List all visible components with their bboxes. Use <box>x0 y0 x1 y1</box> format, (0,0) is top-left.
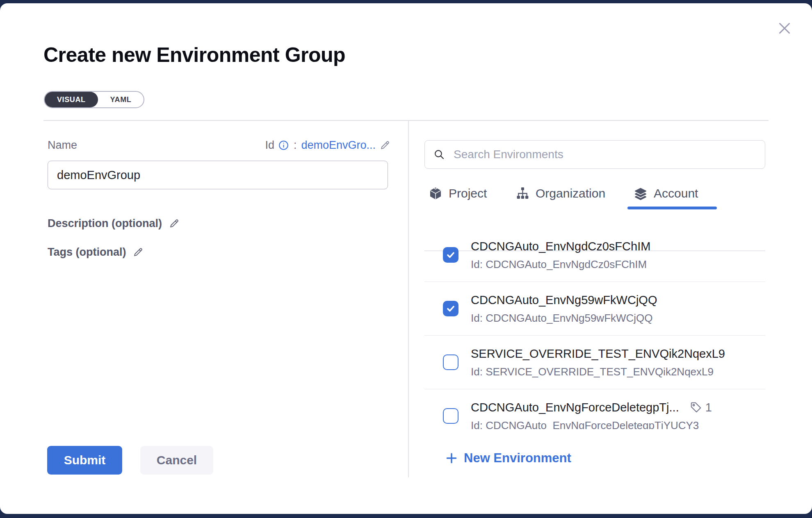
edit-id-icon[interactable] <box>379 140 390 151</box>
tag-badge: 1 <box>690 401 712 414</box>
environment-texts: SERVICE_OVERRIDE_TEST_ENVQik2NqexL9 Id: … <box>471 346 725 378</box>
scope-tabs: Project Organization <box>424 181 765 211</box>
search-box <box>424 140 765 169</box>
tab-project[interactable]: Project <box>429 184 487 203</box>
toggle-yaml[interactable]: YAML <box>98 92 144 107</box>
submit-button[interactable]: Submit <box>47 446 122 475</box>
check-icon <box>445 303 456 314</box>
environment-id: Id: CDCNGAuto_EnvNg59wFkWCjQQ <box>471 311 657 325</box>
cancel-button[interactable]: Cancel <box>140 446 213 475</box>
environment-row[interactable]: CDCNGAuto_EnvNgForceDeletegpTj... 1 I <box>424 389 765 429</box>
environment-row[interactable]: SERVICE_OVERRIDE_TEST_ENVQik2NqexL9 Id: … <box>424 336 765 389</box>
tab-project-label: Project <box>449 186 487 200</box>
id-colon: : <box>294 139 297 152</box>
description-label: Description (optional) <box>48 217 162 230</box>
environment-checkbox[interactable] <box>443 408 458 424</box>
search-environments-input[interactable] <box>453 148 757 161</box>
edit-tags-icon[interactable] <box>132 247 144 258</box>
environment-name: CDCNGAuto_EnvNgForceDeletegpTj... <box>471 400 679 415</box>
tag-count: 1 <box>705 401 712 414</box>
new-environment-button[interactable]: New Environment <box>445 451 571 466</box>
environment-list: CDCNGAuto_EnvNgdCz0sFChIM Id: CDCNGAuto_… <box>424 210 765 429</box>
environment-texts: CDCNGAuto_EnvNgForceDeletegpTj... 1 I <box>471 400 712 429</box>
name-label: Name <box>48 139 77 152</box>
plus-icon <box>445 452 458 465</box>
environment-texts: CDCNGAuto_EnvNg59wFkWCjQQ Id: CDCNGAuto_… <box>471 293 657 325</box>
check-icon <box>445 250 456 260</box>
environment-row[interactable]: CDCNGAuto_EnvNgdCz0sFChIM Id: CDCNGAuto_… <box>424 228 765 282</box>
active-tab-indicator <box>627 207 717 209</box>
search-icon <box>433 148 445 161</box>
create-environment-group-dialog: Create new Environment Group VISUAL YAML… <box>0 3 812 514</box>
tab-organization[interactable]: Organization <box>515 184 605 203</box>
environment-texts: CDCNGAuto_EnvNgdCz0sFChIM Id: CDCNGAuto_… <box>471 239 650 271</box>
edit-description-icon[interactable] <box>169 218 180 229</box>
toggle-visual[interactable]: VISUAL <box>45 92 98 107</box>
environment-id: Id: SERVICE_OVERRIDE_TEST_ENVQik2NqexL9 <box>471 365 725 378</box>
tags-label: Tags (optional) <box>48 246 126 259</box>
panel-divider <box>408 121 409 477</box>
tab-organization-label: Organization <box>536 186 605 200</box>
environment-name: CDCNGAuto_EnvNgdCz0sFChIM <box>471 239 650 254</box>
description-row: Description (optional) <box>48 217 180 230</box>
tab-account-label: Account <box>654 186 698 200</box>
environment-row[interactable]: CDCNGAuto_EnvNg59wFkWCjQQ Id: CDCNGAuto_… <box>424 282 765 336</box>
tags-row: Tags (optional) <box>48 246 144 259</box>
entity-id-row: Id : demoEnvGro... <box>221 137 390 153</box>
environment-id: Id: CDCNGAuto_EnvNgForceDeletegpTjYUCY3 <box>471 419 712 429</box>
tag-icon <box>690 401 702 413</box>
close-button[interactable] <box>775 19 794 38</box>
cube-icon <box>429 186 442 200</box>
visual-yaml-toggle: VISUAL YAML <box>44 91 144 108</box>
tab-account[interactable]: Account <box>634 184 698 203</box>
environment-name: SERVICE_OVERRIDE_TEST_ENVQik2NqexL9 <box>471 346 725 361</box>
new-environment-label: New Environment <box>464 451 571 466</box>
info-icon[interactable] <box>278 140 289 151</box>
environment-checkbox[interactable] <box>443 354 458 370</box>
close-icon <box>775 33 794 39</box>
hierarchy-icon <box>515 186 529 200</box>
header-divider <box>43 120 769 121</box>
id-label: Id <box>265 139 274 152</box>
environment-name: CDCNGAuto_EnvNg59wFkWCjQQ <box>471 293 657 307</box>
entity-id-value[interactable]: demoEnvGro... <box>301 139 376 152</box>
environment-checkbox[interactable] <box>443 301 458 316</box>
layers-icon <box>634 186 648 200</box>
environment-picker-panel: Project Organization <box>424 140 765 484</box>
environment-checkbox[interactable] <box>443 247 458 263</box>
environment-id: Id: CDCNGAuto_EnvNgdCz0sFChIM <box>471 258 650 271</box>
page-title: Create new Environment Group <box>43 43 345 67</box>
name-input[interactable] <box>48 161 388 189</box>
